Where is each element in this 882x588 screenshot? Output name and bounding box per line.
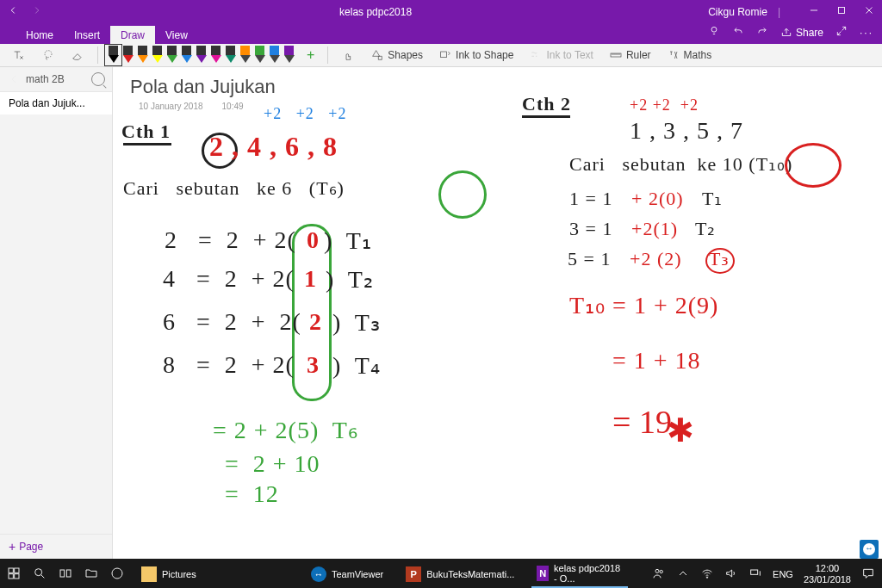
ink-row-b: +2(1) <box>631 218 678 240</box>
svg-point-1 <box>711 27 717 32</box>
svg-point-14 <box>660 570 662 573</box>
ink-row: 8 = 2 + 2( <box>163 351 295 379</box>
svg-point-9 <box>35 568 42 575</box>
task-view-icon[interactable] <box>59 566 72 582</box>
page-meta: 10 January 2018 10:49 <box>139 102 244 111</box>
svg-rect-7 <box>9 573 13 578</box>
lightbulb-icon[interactable] <box>708 25 720 40</box>
divider <box>97 46 98 64</box>
highlighter-yellow[interactable] <box>150 46 165 65</box>
task-app-teamviewer[interactable]: ↔TeamViewer <box>306 564 388 585</box>
ink-ex1-answer2: = 2 + 10 <box>225 450 320 478</box>
pen-pink[interactable] <box>208 46 223 65</box>
ink-row-b: + 2(0) <box>631 188 684 210</box>
minimize-icon[interactable] <box>808 4 820 19</box>
add-pen-button[interactable]: + <box>301 46 320 65</box>
pen-red[interactable] <box>121 46 135 65</box>
document-title: kelas pdpc2018 <box>43 6 708 18</box>
ink-row-right: ) T₃ <box>332 308 381 337</box>
svg-rect-11 <box>66 570 71 577</box>
close-icon[interactable] <box>863 4 875 19</box>
page-item[interactable]: Pola dan Jujuk... <box>0 91 112 115</box>
svg-rect-10 <box>60 570 65 577</box>
more-icon[interactable]: ··· <box>860 27 873 39</box>
action-center-icon[interactable] <box>861 566 875 582</box>
svg-rect-16 <box>751 570 758 574</box>
people-icon[interactable] <box>652 566 666 582</box>
svg-rect-8 <box>15 573 19 578</box>
add-page-button[interactable]: + Page <box>0 534 112 559</box>
shapes-button[interactable]: Shapes <box>365 46 428 64</box>
ruler-button[interactable]: Ruler <box>604 46 656 64</box>
fullscreen-icon[interactable] <box>835 25 848 40</box>
note-canvas[interactable]: Pola dan Jujukan 10 January 2018 10:49 C… <box>113 67 882 559</box>
touch-drawing-button[interactable] <box>336 46 360 64</box>
ink-ex2-diffs: +2 +2 +2 <box>630 96 699 115</box>
pencil-blue[interactable] <box>267 46 282 65</box>
edge-icon[interactable] <box>110 566 124 582</box>
teamviewer-badge[interactable] <box>860 540 879 559</box>
connect-icon[interactable] <box>748 566 762 582</box>
ribbon-tabs: Home Insert Draw View Share ··· <box>0 23 882 44</box>
pen-gallery[interactable] <box>106 46 296 65</box>
pencil-green[interactable] <box>252 46 267 65</box>
ink-to-text-button: Ink to Text <box>524 46 598 64</box>
pen-purple[interactable] <box>194 46 208 65</box>
search-icon[interactable] <box>91 72 105 86</box>
start-button[interactable] <box>7 566 21 582</box>
ink-ex1-answer3: = 12 <box>225 480 279 508</box>
section-header[interactable]: math 2B <box>0 67 112 91</box>
share-button[interactable]: Share <box>780 27 823 39</box>
pen-orange[interactable] <box>135 46 150 65</box>
pen-teal[interactable] <box>223 46 238 65</box>
back-icon[interactable] <box>7 4 19 19</box>
divider <box>327 46 328 64</box>
ink-ex2-sequence: 1 , 3 , 5 , 7 <box>630 117 743 145</box>
search-icon[interactable] <box>33 566 47 582</box>
task-app-onenote[interactable]: Nkelas pdpc2018 - O... <box>531 560 628 588</box>
svg-point-13 <box>655 569 659 573</box>
ink-row-mid: 1 <box>304 265 317 293</box>
user-name[interactable]: Cikgu Romie <box>708 6 767 18</box>
pencil-orange[interactable] <box>238 46 252 65</box>
text-tool[interactable] <box>7 46 31 64</box>
tray-chevron-up-icon[interactable] <box>676 566 690 582</box>
tab-view[interactable]: View <box>155 26 198 44</box>
tab-insert[interactable]: Insert <box>64 26 110 44</box>
pencil-purple[interactable] <box>282 46 296 65</box>
tab-draw[interactable]: Draw <box>110 26 155 44</box>
maximize-icon[interactable] <box>835 4 848 19</box>
svg-point-15 <box>706 577 707 578</box>
ink-row-a: 3 = 1 <box>569 218 612 240</box>
sidebar: math 2B Pola dan Jujuk... + Page <box>0 67 113 559</box>
clock[interactable]: 12:00 23/01/2018 <box>804 563 851 584</box>
pen-black[interactable] <box>106 46 121 65</box>
language-indicator[interactable]: ENG <box>773 569 793 579</box>
file-explorer-icon[interactable] <box>84 566 98 582</box>
page-title: Pola dan Jujukan <box>130 76 276 98</box>
wifi-icon[interactable] <box>700 566 714 582</box>
undo-icon[interactable] <box>732 25 744 40</box>
svg-rect-3 <box>441 52 447 58</box>
redo-icon[interactable] <box>756 25 768 40</box>
ink-ex2-header: Cth 2 <box>522 93 571 115</box>
eraser-tool[interactable] <box>65 46 90 64</box>
ink-ex1-sequence: 2 , 4 , 6 , 8 <box>209 131 338 163</box>
ink-row-c: T₃ <box>709 248 730 270</box>
ink-row-b: +2 (2) <box>630 248 682 270</box>
pen-blue[interactable] <box>179 46 194 65</box>
ink-ex1-answer1: = 2 + 2(5) T₆ <box>213 416 358 444</box>
task-app-pictures[interactable]: Pictures <box>136 564 202 585</box>
task-app-pdf[interactable]: PBukuTeksMatemati... <box>401 564 519 585</box>
ribbon: + Shapes Ink to Shape Ink to Text Ruler … <box>0 44 882 67</box>
ink-underline <box>123 143 171 145</box>
svg-rect-6 <box>15 568 19 573</box>
tab-home[interactable]: Home <box>16 26 64 44</box>
lasso-tool[interactable] <box>36 46 60 64</box>
maths-button[interactable]: Maths <box>662 46 717 64</box>
volume-icon[interactable] <box>724 566 738 582</box>
pen-green[interactable] <box>165 46 179 65</box>
system-tray[interactable]: ENG 12:00 23/01/2018 <box>652 563 875 584</box>
forward-icon[interactable] <box>31 4 43 19</box>
ink-to-shape-button[interactable]: Ink to Shape <box>433 46 519 64</box>
